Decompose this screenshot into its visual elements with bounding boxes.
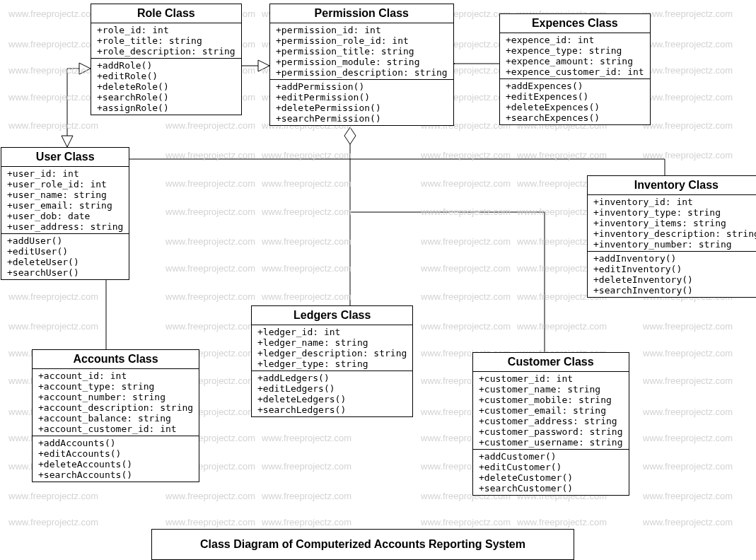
class-title: Inventory Class bbox=[588, 176, 756, 195]
class-title: Customer Class bbox=[473, 353, 629, 372]
class-member: +assignRole() bbox=[97, 103, 235, 113]
class-member: +editExpences() bbox=[506, 91, 644, 102]
class-title: Ledgers Class bbox=[252, 306, 412, 325]
watermark-text: www.freeprojectz.com bbox=[262, 291, 351, 302]
class-member: +customer_name: string bbox=[479, 384, 623, 395]
class-member: +addCustomer() bbox=[479, 451, 623, 462]
class-member: +addRole() bbox=[97, 60, 235, 71]
class-member: +customer_username: string bbox=[479, 437, 623, 448]
class-member: +deleteExpences() bbox=[506, 102, 644, 112]
class-member: +editUser() bbox=[7, 246, 123, 257]
class-member: +searchRole() bbox=[97, 92, 235, 103]
class-member: +user_email: string bbox=[7, 200, 123, 211]
watermark-text: www.freeprojectz.com bbox=[643, 517, 733, 527]
class-member: +customer_address: string bbox=[479, 416, 623, 426]
class-member: +editRole() bbox=[97, 71, 235, 81]
watermark-text: www.freeprojectz.com bbox=[165, 291, 255, 302]
class-member: +searchUser() bbox=[7, 267, 123, 278]
class-member: +inventory_items: string bbox=[593, 218, 756, 228]
op-section: +addUser()+editUser()+deleteUser()+searc… bbox=[1, 234, 129, 279]
diagram-title: Class Diagram of Computerized Accounts R… bbox=[151, 529, 574, 560]
class-member: +account_description: string bbox=[38, 402, 193, 413]
class-title: Permission Class bbox=[270, 4, 453, 23]
watermark-text: www.freeprojectz.com bbox=[643, 407, 733, 417]
class-title: Accounts Class bbox=[33, 350, 199, 369]
watermark-text: www.freeprojectz.com bbox=[262, 150, 351, 161]
watermark-text: www.freeprojectz.com bbox=[165, 517, 255, 527]
watermark-text: www.freeprojectz.com bbox=[8, 491, 98, 501]
class-member: +account_number: string bbox=[38, 392, 193, 402]
watermark-text: www.freeprojectz.com bbox=[8, 92, 98, 103]
watermark-text: www.freeprojectz.com bbox=[262, 491, 351, 501]
watermark-text: www.freeprojectz.com bbox=[643, 92, 733, 103]
class-member: +ledger_type: string bbox=[257, 358, 407, 369]
op-section: +addPermission()+editPermission()+delete… bbox=[270, 80, 453, 125]
attr-section: +role_id: int+role_title: string+role_de… bbox=[91, 23, 241, 59]
watermark-text: www.freeprojectz.com bbox=[643, 8, 733, 19]
class-member: +permission_id: int bbox=[276, 25, 448, 35]
attr-section: +inventory_id: int+inventory_type: strin… bbox=[588, 195, 756, 252]
watermark-text: www.freeprojectz.com bbox=[643, 150, 733, 161]
op-section: +addInventory()+editInventory()+deleteIn… bbox=[588, 252, 756, 297]
class-member: +role_title: string bbox=[97, 35, 235, 46]
watermark-text: www.freeprojectz.com bbox=[8, 517, 98, 527]
watermark-text: www.freeprojectz.com bbox=[262, 263, 351, 274]
class-permission: Permission Class +permission_id: int+per… bbox=[269, 4, 454, 126]
class-accounts: Accounts Class +account_id: int+account_… bbox=[32, 349, 199, 482]
watermark-text: www.freeprojectz.com bbox=[643, 65, 733, 76]
class-member: +permission_module: string bbox=[276, 57, 448, 67]
watermark-text: www.freeprojectz.com bbox=[262, 461, 351, 472]
class-member: +deleteInventory() bbox=[593, 274, 756, 285]
watermark-text: www.freeprojectz.com bbox=[8, 291, 98, 302]
watermark-text: www.freeprojectz.com bbox=[421, 178, 511, 189]
watermark-text: www.freeprojectz.com bbox=[165, 150, 255, 161]
watermark-text: www.freeprojectz.com bbox=[262, 206, 351, 217]
watermark-text: www.freeprojectz.com bbox=[8, 39, 98, 49]
class-member: +inventory_id: int bbox=[593, 197, 756, 207]
diagram-canvas: www.freeprojectz.comwww.freeprojectz.com… bbox=[0, 0, 756, 560]
op-section: +addExpences()+editExpences()+deleteExpe… bbox=[500, 79, 650, 124]
class-member: +searchInventory() bbox=[593, 285, 756, 296]
class-title: User Class bbox=[1, 148, 129, 167]
watermark-text: www.freeprojectz.com bbox=[517, 517, 607, 527]
watermark-text: www.freeprojectz.com bbox=[165, 120, 255, 131]
watermark-text: www.freeprojectz.com bbox=[643, 375, 733, 386]
op-section: +addCustomer()+editCustomer()+deleteCust… bbox=[473, 450, 629, 495]
watermark-text: www.freeprojectz.com bbox=[262, 433, 351, 443]
class-member: +ledger_name: string bbox=[257, 337, 407, 348]
class-member: +editLedgers() bbox=[257, 383, 407, 394]
class-member: +expence_id: int bbox=[506, 35, 644, 45]
class-member: +expence_amount: string bbox=[506, 56, 644, 66]
class-member: +inventory_number: string bbox=[593, 239, 756, 250]
watermark-text: www.freeprojectz.com bbox=[262, 236, 351, 247]
class-member: +searchAccounts() bbox=[38, 469, 193, 480]
class-member: +addExpences() bbox=[506, 81, 644, 91]
attr-section: +expence_id: int+expence_type: string+ex… bbox=[500, 33, 650, 79]
watermark-text: www.freeprojectz.com bbox=[165, 236, 255, 247]
attr-section: +account_id: int+account_type: string+ac… bbox=[33, 369, 199, 436]
class-member: +searchLedgers() bbox=[257, 404, 407, 415]
watermark-text: www.freeprojectz.com bbox=[262, 517, 351, 527]
watermark-text: www.freeprojectz.com bbox=[421, 263, 511, 274]
class-member: +addPermission() bbox=[276, 81, 448, 92]
class-member: +expence_customer_id: int bbox=[506, 66, 644, 77]
svg-marker-5 bbox=[62, 136, 73, 147]
class-member: +permission_description: string bbox=[276, 67, 448, 78]
class-member: +addLedgers() bbox=[257, 373, 407, 383]
watermark-text: www.freeprojectz.com bbox=[421, 321, 511, 332]
class-member: +deleteCustomer() bbox=[479, 472, 623, 483]
class-member: +editCustomer() bbox=[479, 462, 623, 472]
class-member: +customer_password: string bbox=[479, 426, 623, 437]
watermark-text: www.freeprojectz.com bbox=[517, 321, 607, 332]
op-section: +addRole()+editRole()+deleteRole()+searc… bbox=[91, 59, 241, 115]
class-member: +user_dob: date bbox=[7, 211, 123, 221]
class-member: +customer_mobile: string bbox=[479, 395, 623, 405]
op-section: +addAccounts()+editAccounts()+deleteAcco… bbox=[33, 436, 199, 482]
class-member: +searchCustomer() bbox=[479, 483, 623, 494]
class-member: +expence_type: string bbox=[506, 45, 644, 56]
class-role: Role Class +role_id: int+role_title: str… bbox=[91, 4, 242, 115]
watermark-text: www.freeprojectz.com bbox=[165, 206, 255, 217]
watermark-text: www.freeprojectz.com bbox=[8, 65, 98, 76]
class-member: +user_role_id: int bbox=[7, 179, 123, 189]
class-ledgers: Ledgers Class +ledger_id: int+ledger_nam… bbox=[251, 305, 413, 417]
